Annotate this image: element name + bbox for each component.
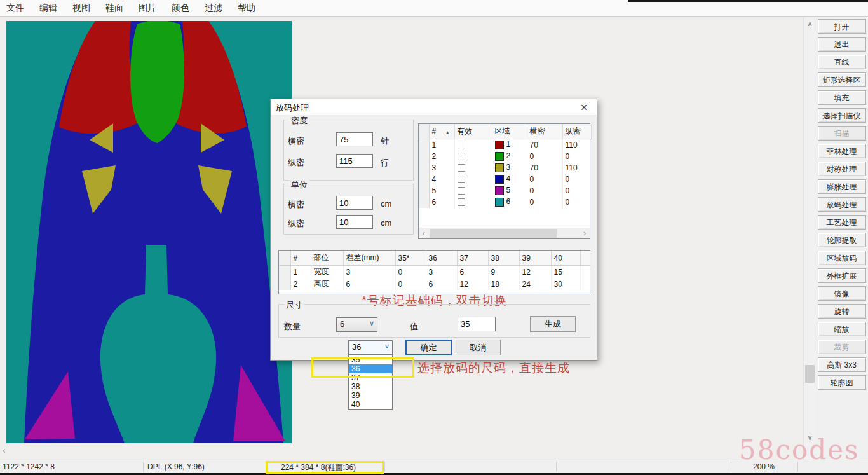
hscroll-left-icon[interactable]: ‹: [419, 228, 429, 238]
density-group-label: 密度: [289, 115, 309, 127]
checkbox[interactable]: [458, 176, 465, 183]
size-cell: 高度: [311, 278, 343, 290]
size-combo[interactable]: 36 ∨: [348, 340, 393, 355]
sidebar-button-2[interactable]: 退出: [818, 37, 866, 52]
hscroll-right-icon[interactable]: ›: [580, 228, 590, 238]
table-row[interactable]: 2高度60612182430: [279, 278, 590, 290]
region-table[interactable]: #▲有效区域横密纵密117011022003370110440055006600…: [418, 123, 590, 239]
sidebar-button-5[interactable]: 填充: [818, 90, 866, 105]
size-cell: 宽度: [311, 266, 343, 279]
size-grading-table[interactable]: #部位档差(mm)35*36373839401宽度3036912152高度606…: [278, 250, 590, 294]
checkbox[interactable]: [458, 164, 465, 172]
sidebar-button-14[interactable]: 区域放码: [818, 251, 866, 265]
unit-v-input[interactable]: [336, 215, 373, 229]
scroll-up-icon[interactable]: ∧: [804, 18, 816, 29]
size-col-4[interactable]: 35*: [395, 251, 426, 266]
menu-item-5[interactable]: 图片: [139, 3, 156, 14]
app-window: 文件编辑视图鞋面图片颜色过滤帮助 ‹ ∧ ∨ 打开退出直线矩形选择区填充选择扫描…: [0, 0, 868, 475]
checkbox[interactable]: [458, 187, 465, 195]
sidebar-button-9[interactable]: 对称处理: [818, 162, 866, 176]
table-row[interactable]: 3370110: [419, 162, 591, 174]
sidebar-button-1[interactable]: 打开: [818, 19, 866, 34]
region-col-2[interactable]: 有效: [454, 124, 492, 139]
sidebar-button-15[interactable]: 外框扩展: [818, 268, 866, 283]
dialog-titlebar[interactable]: 放码处理 ✕: [271, 99, 597, 116]
density-h-input[interactable]: [336, 132, 373, 146]
cancel-button[interactable]: 取消: [456, 340, 501, 355]
density-v-input[interactable]: [336, 154, 373, 168]
size-cell: 6: [426, 278, 457, 290]
menu-item-6[interactable]: 颜色: [172, 3, 189, 14]
menu-item-7[interactable]: 过滤: [205, 3, 222, 14]
region-col-3[interactable]: 区域: [492, 124, 527, 139]
size-col-1[interactable]: #: [290, 251, 311, 266]
menu-item-1[interactable]: 文件: [6, 3, 24, 14]
table-row[interactable]: 6600: [419, 196, 591, 208]
sidebar-button-3[interactable]: 直线: [818, 55, 866, 69]
sidebar-button-21[interactable]: 轮廓图: [818, 375, 866, 390]
checkbox[interactable]: [458, 198, 465, 206]
checkbox[interactable]: [458, 153, 465, 160]
region-hdensity-cell: 70: [527, 139, 562, 151]
vscroll-thumb[interactable]: [805, 365, 815, 383]
region-col-5[interactable]: 纵密: [562, 124, 591, 139]
sidebar-button-18[interactable]: 缩放: [818, 322, 866, 336]
sidebar-button-10[interactable]: 膨胀处理: [818, 179, 866, 194]
table-row[interactable]: 1170110: [419, 139, 591, 151]
density-v-unit: 行: [381, 157, 389, 169]
sidebar-button-8[interactable]: 菲林处理: [818, 144, 866, 158]
ok-button[interactable]: 确定: [405, 340, 452, 355]
region-hdensity-cell: 0: [527, 151, 562, 162]
dropdown-option-38[interactable]: 38: [349, 382, 392, 391]
menu-item-3[interactable]: 视图: [72, 3, 90, 14]
row-header-cell: [279, 278, 290, 290]
menu-item-4[interactable]: 鞋面: [105, 3, 123, 14]
region-num-cell: 6: [429, 196, 454, 208]
region-col-1[interactable]: #▲: [429, 124, 454, 139]
size-col-8[interactable]: 39: [519, 251, 551, 266]
sidebar-button-13[interactable]: 轮廓提取: [818, 233, 866, 247]
sidebar-button-4[interactable]: 矩形选择区: [818, 72, 866, 87]
checkbox[interactable]: [458, 142, 465, 149]
sidebar-button-7: 扫描: [818, 126, 866, 141]
region-valid-cell: [454, 162, 492, 174]
size-col-7[interactable]: 38: [488, 251, 519, 266]
region-color-cell: 1: [492, 139, 527, 151]
generate-button[interactable]: 生成: [530, 316, 576, 332]
grading-dialog: 放码处理 ✕ 密度 横密 针 纵密 行 单位 横密 cm 纵密 cm #▲有效区…: [270, 99, 597, 361]
dropdown-option-40[interactable]: 40: [349, 400, 392, 409]
menu-item-8[interactable]: 帮助: [238, 3, 255, 14]
size-col-3[interactable]: 档差(mm): [343, 251, 395, 266]
quantity-combo[interactable]: 6 ∨: [336, 317, 377, 332]
table-row[interactable]: 4400: [419, 174, 591, 185]
sidebar-button-6[interactable]: 选择扫描仪: [818, 108, 866, 123]
sidebar-button-17[interactable]: 旋转: [818, 304, 866, 319]
size-cell: 15: [551, 266, 580, 279]
size-group: 尺寸 数量 6 ∨ 值 生成: [278, 304, 590, 338]
sidebar-button-11[interactable]: 放码处理: [818, 197, 866, 212]
annotation-highlight-statusbar: [266, 461, 384, 474]
size-col-9[interactable]: 40: [551, 251, 580, 266]
unit-h-input[interactable]: [336, 196, 373, 210]
table-row[interactable]: 2200: [419, 151, 591, 162]
density-v-label: 纵密: [288, 157, 304, 169]
vertical-scrollbar[interactable]: ∧ ∨: [803, 17, 815, 460]
size-cell: 1: [290, 266, 311, 279]
menu-item-2[interactable]: 编辑: [39, 3, 57, 14]
region-hscroll-thumb[interactable]: [430, 229, 557, 238]
region-col-4[interactable]: 横密: [527, 124, 562, 139]
dropdown-option-39[interactable]: 39: [349, 391, 392, 400]
sidebar-button-20[interactable]: 高斯 3x3: [818, 357, 866, 372]
table-row[interactable]: 1宽度303691215: [279, 266, 590, 279]
value-input[interactable]: [458, 317, 496, 331]
sidebar-button-16[interactable]: 镜像: [818, 286, 866, 301]
size-col-2[interactable]: 部位: [311, 251, 343, 266]
size-col-6[interactable]: 37: [457, 251, 488, 266]
hscroll-left-arrow-icon[interactable]: ‹: [3, 445, 6, 455]
close-icon[interactable]: ✕: [575, 100, 593, 114]
size-col-5[interactable]: 36: [426, 251, 457, 266]
sidebar-button-12[interactable]: 工艺处理: [818, 215, 866, 230]
size-cell: 24: [519, 278, 551, 290]
region-table-hscrollbar[interactable]: ‹ ›: [419, 228, 590, 238]
table-row[interactable]: 5500: [419, 185, 591, 196]
